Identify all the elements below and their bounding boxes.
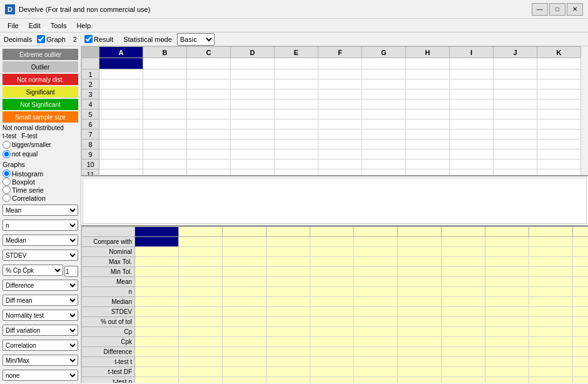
result-cell[interactable]	[135, 367, 179, 377]
result-cell[interactable]	[310, 307, 354, 317]
cell-B4[interactable]	[143, 99, 187, 109]
cell-G0[interactable]	[362, 58, 406, 69]
result-cell[interactable]	[179, 377, 223, 383]
col-header-J[interactable]: J	[494, 47, 537, 58]
result-cell[interactable]	[398, 277, 442, 287]
cell-F6[interactable]	[318, 119, 362, 129]
cell-F3[interactable]	[318, 89, 362, 99]
result-cell[interactable]	[485, 317, 529, 327]
result-cell[interactable]	[573, 267, 589, 277]
result-cell[interactable]	[266, 337, 310, 347]
col-header-E[interactable]: E	[275, 47, 318, 58]
cell-J3[interactable]	[494, 89, 537, 99]
result-checkbox[interactable]	[84, 35, 93, 43]
cell-G10[interactable]	[362, 159, 406, 169]
cell-A1[interactable]	[99, 69, 143, 79]
cell-H9[interactable]	[406, 149, 450, 159]
result-cell[interactable]	[354, 317, 398, 327]
result-cell[interactable]	[310, 347, 354, 357]
not-equal-radio[interactable]	[3, 150, 11, 158]
results-col-E[interactable]	[310, 227, 354, 237]
result-cell[interactable]	[135, 317, 179, 327]
cell-K6[interactable]	[537, 119, 581, 129]
cell-D8[interactable]	[231, 139, 275, 149]
cell-E1[interactable]	[275, 69, 318, 79]
result-cell[interactable]	[442, 347, 485, 357]
results-col-I[interactable]	[485, 227, 529, 237]
cell-G9[interactable]	[362, 149, 406, 159]
col-header-B[interactable]: B	[143, 47, 187, 58]
result-cell[interactable]	[485, 357, 529, 367]
cell-B0[interactable]	[143, 58, 187, 69]
col-header-K[interactable]: K	[537, 47, 581, 58]
cell-E4[interactable]	[275, 99, 318, 109]
result-cell[interactable]	[398, 367, 442, 377]
cell-B10[interactable]	[143, 159, 187, 169]
cell-K11[interactable]	[537, 169, 581, 177]
result-cell[interactable]	[179, 267, 223, 277]
cell-J7[interactable]	[494, 129, 537, 139]
cell-A0[interactable]	[99, 58, 143, 69]
results-area[interactable]: Compare withNominalMax Tol.Min Tol.Meann…	[81, 226, 588, 383]
cell-D6[interactable]	[231, 119, 275, 129]
result-cell[interactable]	[529, 287, 573, 297]
results-col-A[interactable]	[135, 227, 179, 237]
result-cell[interactable]	[442, 317, 485, 327]
cell-G3[interactable]	[362, 89, 406, 99]
menu-tools[interactable]: Tools	[46, 21, 72, 31]
result-cell[interactable]	[135, 307, 179, 317]
result-cell[interactable]	[529, 327, 573, 337]
result-cell[interactable]	[223, 307, 266, 317]
cell-D11[interactable]	[231, 169, 275, 177]
result-cell[interactable]	[354, 377, 398, 383]
cell-G5[interactable]	[362, 109, 406, 119]
result-cell[interactable]	[223, 377, 266, 383]
cell-I2[interactable]	[450, 79, 494, 89]
result-cell[interactable]	[442, 277, 485, 287]
cell-A6[interactable]	[99, 119, 143, 129]
result-cell[interactable]	[573, 307, 589, 317]
diffmean-select[interactable]: Diff mean	[3, 295, 78, 306]
close-button[interactable]: ✕	[567, 3, 583, 16]
col-header-C[interactable]: C	[187, 47, 231, 58]
median-select[interactable]: Median	[3, 235, 78, 246]
result-cell[interactable]	[442, 337, 485, 347]
result-cell[interactable]	[398, 307, 442, 317]
cell-D9[interactable]	[231, 149, 275, 159]
cell-J10[interactable]	[494, 159, 537, 169]
cell-F1[interactable]	[318, 69, 362, 79]
cell-H8[interactable]	[406, 139, 450, 149]
results-col-F[interactable]	[354, 227, 398, 237]
cell-A5[interactable]	[99, 109, 143, 119]
result-cell[interactable]	[179, 367, 223, 377]
result-cell[interactable]	[485, 257, 529, 267]
cell-C3[interactable]	[187, 89, 231, 99]
result-cell[interactable]	[266, 297, 310, 307]
cell-E7[interactable]	[275, 129, 318, 139]
result-cell[interactable]	[398, 297, 442, 307]
result-cell[interactable]	[179, 257, 223, 267]
cell-H6[interactable]	[406, 119, 450, 129]
cell-A3[interactable]	[99, 89, 143, 99]
result-cell[interactable]	[310, 357, 354, 367]
cell-D10[interactable]	[231, 159, 275, 169]
cell-E6[interactable]	[275, 119, 318, 129]
not-equal-radio-label[interactable]: not equal	[3, 150, 78, 158]
result-cell[interactable]	[529, 367, 573, 377]
result-cell[interactable]	[398, 347, 442, 357]
result-cell[interactable]	[529, 277, 573, 287]
cell-G1[interactable]	[362, 69, 406, 79]
results-col-B[interactable]	[179, 227, 223, 237]
result-cell[interactable]	[573, 367, 589, 377]
result-cell[interactable]	[223, 317, 266, 327]
result-cell[interactable]	[223, 267, 266, 277]
cell-C8[interactable]	[187, 139, 231, 149]
result-cell[interactable]	[179, 317, 223, 327]
cell-I1[interactable]	[450, 69, 494, 79]
result-cell[interactable]	[442, 367, 485, 377]
result-cell[interactable]	[485, 377, 529, 383]
cell-C6[interactable]	[187, 119, 231, 129]
top-spreadsheet[interactable]: A B C D E F G H I J K	[81, 46, 588, 176]
cell-F10[interactable]	[318, 159, 362, 169]
result-cell[interactable]	[179, 277, 223, 287]
